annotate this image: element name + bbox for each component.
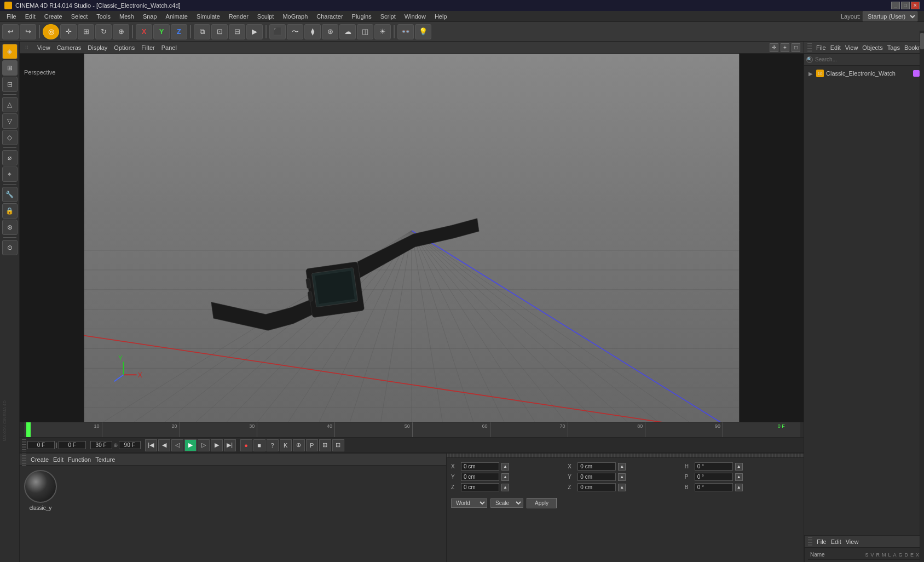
obj-menu-tags[interactable]: Tags xyxy=(887,44,900,51)
light-tool[interactable]: ☀ xyxy=(374,24,391,39)
mat-drag-handle[interactable] xyxy=(22,454,26,466)
key-all-btn[interactable]: ⊕ xyxy=(293,439,305,451)
goto-end-btn[interactable]: ▶| xyxy=(224,439,236,451)
attr-menu-edit[interactable]: Edit xyxy=(831,538,841,545)
z-axis-button[interactable]: Z xyxy=(171,24,187,39)
extra-btn[interactable]: ⊙ xyxy=(2,240,18,255)
move-tool-btn[interactable]: △ xyxy=(2,97,18,112)
mode-model-button[interactable]: ◎ xyxy=(43,24,59,39)
coord-y-pos-input[interactable] xyxy=(461,473,499,481)
coord-b-up-btn[interactable]: ▲ xyxy=(735,484,743,491)
coord-h-input[interactable] xyxy=(695,462,733,471)
redo-button[interactable]: ↪ xyxy=(20,24,36,39)
lamp-btn[interactable]: 💡 xyxy=(415,24,431,39)
goto-start-btn[interactable]: |◀ xyxy=(145,439,157,451)
vp-menu-cameras[interactable]: Cameras xyxy=(57,44,82,51)
menu-mograph[interactable]: MoGraph xyxy=(278,12,312,21)
menu-file[interactable]: File xyxy=(2,12,21,21)
attr-menu-file[interactable]: File xyxy=(817,538,827,545)
vp-zoom-btn[interactable]: + xyxy=(781,43,789,52)
menu-script[interactable]: Script xyxy=(376,12,400,21)
vp-menu-filter[interactable]: Filter xyxy=(141,44,154,51)
vp-max-btn[interactable]: □ xyxy=(792,43,800,52)
vp-menu-display[interactable]: Display xyxy=(88,44,107,51)
prev-frame-btn[interactable]: ◀ xyxy=(158,439,170,451)
coord-z2-up-btn[interactable]: ▲ xyxy=(618,484,626,491)
layer-btn[interactable]: ⊛ xyxy=(2,220,18,235)
scrollbar-right[interactable] xyxy=(920,31,924,562)
menu-plugins[interactable]: Plugins xyxy=(348,12,376,21)
timeline-btn[interactable]: ⊟ xyxy=(332,439,344,451)
obj-tag-material[interactable] xyxy=(913,70,920,77)
close-button[interactable]: ✕ xyxy=(911,2,920,9)
end-frame-input[interactable] xyxy=(119,441,141,449)
menu-select[interactable]: Select xyxy=(67,12,93,21)
y-axis-button[interactable]: Y xyxy=(153,24,170,39)
cube-tool[interactable]: ⬛ xyxy=(269,24,286,39)
coord-z2-input[interactable] xyxy=(578,483,616,491)
mode-add-button[interactable]: ⊕ xyxy=(113,24,129,39)
vp-menu-options[interactable]: Options xyxy=(114,44,135,51)
stop-btn[interactable]: ■ xyxy=(253,439,265,451)
mat-menu-texture[interactable]: Texture xyxy=(95,456,115,463)
coord-x2-input[interactable] xyxy=(578,462,616,471)
coord-z-pos-input[interactable] xyxy=(461,483,499,491)
coord-p-input[interactable] xyxy=(695,473,733,481)
obj-drag-handle[interactable] xyxy=(807,43,812,52)
coord-y-up-btn[interactable]: ▲ xyxy=(501,473,509,481)
env-tool[interactable]: ☁ xyxy=(339,24,356,39)
attr-drag-handle[interactable] xyxy=(808,537,812,546)
nurbs-tool[interactable]: ⧫ xyxy=(304,24,321,39)
menu-create[interactable]: Create xyxy=(40,12,67,21)
timeline-playhead-marker[interactable] xyxy=(26,422,31,437)
obj-menu-file[interactable]: File xyxy=(816,44,826,51)
x-axis-button[interactable]: X xyxy=(136,24,152,39)
viewport-drag-handle[interactable]: ⁞⁞ xyxy=(23,47,31,49)
mat-menu-edit[interactable]: Edit xyxy=(53,456,63,463)
coord-z-up-btn[interactable]: ▲ xyxy=(501,484,509,491)
render-region-button[interactable]: ⧉ xyxy=(194,24,210,39)
coord-h-up-btn[interactable]: ▲ xyxy=(618,463,626,471)
obj-menu-objects[interactable]: Objects xyxy=(862,44,882,51)
menu-simulate[interactable]: Simulate xyxy=(192,12,224,21)
frame-preview-input[interactable] xyxy=(59,441,86,449)
brush-btn[interactable]: 🔧 xyxy=(2,187,18,202)
menu-animate[interactable]: Animate xyxy=(161,12,192,21)
vp-move-btn[interactable]: ✛ xyxy=(770,43,778,52)
viewport-3d[interactable]: Perspective xyxy=(20,54,804,434)
coord-x-up-btn[interactable]: ▲ xyxy=(501,463,509,471)
cam-tool[interactable]: ◫ xyxy=(357,24,373,39)
auto-key-btn[interactable]: ? xyxy=(267,439,279,451)
vp-menu-panel[interactable]: Panel xyxy=(161,44,177,51)
menu-help[interactable]: Help xyxy=(430,12,452,21)
frame-all-button[interactable]: ⊡ xyxy=(211,24,228,39)
attr-menu-view[interactable]: View xyxy=(846,538,859,545)
fps-input[interactable] xyxy=(90,441,112,449)
glasses-btn[interactable]: 👓 xyxy=(397,24,414,39)
viewport-container[interactable]: ⁞⁞ View Cameras Display Options Filter P… xyxy=(20,42,804,422)
step-back-btn[interactable]: ◁ xyxy=(171,439,183,451)
select-all-btn[interactable]: ⌀ xyxy=(2,150,18,165)
material-swatch[interactable] xyxy=(24,470,57,503)
edge-mode-btn[interactable]: ⊟ xyxy=(2,77,18,92)
coord-p-up-btn[interactable]: ▲ xyxy=(735,473,743,481)
rotate-tool-btn[interactable]: ◇ xyxy=(2,130,18,145)
obj-menu-view[interactable]: View xyxy=(845,44,858,51)
lock-btn[interactable]: 🔒 xyxy=(2,203,18,219)
menu-render[interactable]: Render xyxy=(224,12,253,21)
mat-menu-create[interactable]: Create xyxy=(31,456,49,463)
menu-snap[interactable]: Snap xyxy=(138,12,161,21)
transform-mode-dropdown[interactable]: Scale Move Rotate xyxy=(490,498,523,508)
apply-button[interactable]: Apply xyxy=(527,498,557,508)
mat-menu-function[interactable]: Function xyxy=(68,456,91,463)
coord-system-dropdown[interactable]: World Object Camera xyxy=(451,498,487,508)
maximize-button[interactable]: □ xyxy=(901,2,910,9)
attr-obj-row[interactable]: ▶ Classic_Electronic_Watch xyxy=(808,560,921,562)
step-fwd-btn[interactable]: ▷ xyxy=(198,439,210,451)
spline-tool[interactable]: 〜 xyxy=(287,24,303,39)
undo-button[interactable]: ↩ xyxy=(2,24,19,39)
poly-mode-btn[interactable]: ⊞ xyxy=(2,60,18,76)
deform-tool[interactable]: ⊛ xyxy=(322,24,338,39)
scale-tool-btn[interactable]: ▽ xyxy=(2,113,18,129)
object-mode-btn[interactable]: ◈ xyxy=(2,44,18,59)
